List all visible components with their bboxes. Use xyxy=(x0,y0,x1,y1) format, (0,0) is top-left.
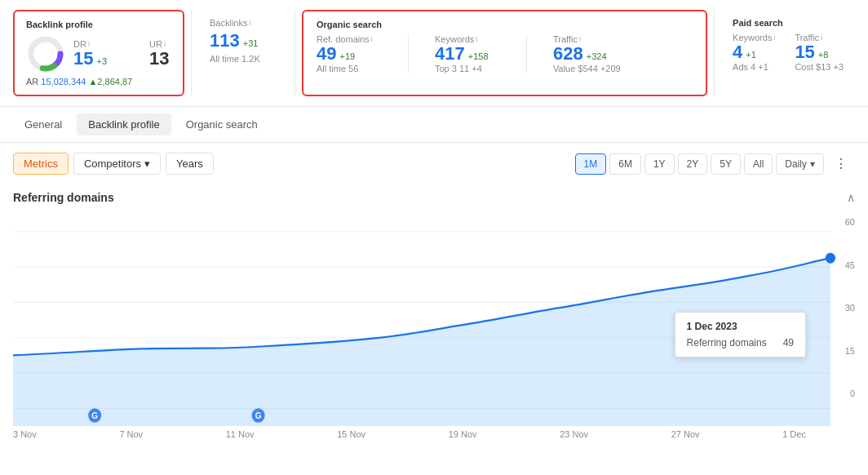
traffic-info[interactable]: i xyxy=(579,35,581,43)
y-label-45: 45 xyxy=(832,260,855,270)
paid-keywords-value: 4 xyxy=(733,42,742,62)
time-1y-button[interactable]: 1Y xyxy=(644,153,675,175)
paid-keywords-change: +1 xyxy=(746,50,756,60)
time-5y-button[interactable]: 5Y xyxy=(711,153,741,175)
daily-chevron-icon: ▾ xyxy=(810,158,815,170)
competitors-chevron-icon: ▾ xyxy=(144,158,150,170)
tab-backlink-profile[interactable]: Backlink profile xyxy=(77,113,170,135)
divider-1 xyxy=(191,10,192,96)
time-2y-button[interactable]: 2Y xyxy=(678,153,708,175)
tabs-row: General Backlink profile Organic search xyxy=(0,107,868,143)
x-label-1dec: 1 Dec xyxy=(782,429,806,439)
tab-general[interactable]: General xyxy=(13,113,73,135)
right-tools: 1M 6M 1Y 2Y 5Y All Daily ▾ ⋮ xyxy=(575,151,855,176)
paid-traffic-cost: Cost $13 +3 xyxy=(795,62,844,72)
collapse-button[interactable]: ∧ xyxy=(847,191,855,204)
paid-traffic-info[interactable]: i xyxy=(821,33,822,42)
toolbar-row: Metrics Competitors ▾ Years 1M 6M 1Y 2Y … xyxy=(0,143,868,184)
paid-keywords-metric: Keywords i 4 +1 Ads 4 +1 xyxy=(733,33,775,72)
x-label-27nov: 27 Nov xyxy=(671,429,700,439)
svg-text:G: G xyxy=(255,411,262,420)
dr-change: +3 xyxy=(96,56,107,66)
x-label-7nov: 7 Nov xyxy=(119,429,143,439)
y-label-15: 15 xyxy=(832,346,855,356)
backlink-title: Backlink profile xyxy=(26,20,171,29)
x-label-23nov: 23 Nov xyxy=(560,429,588,439)
daily-label: Daily xyxy=(785,158,807,170)
metrics-button[interactable]: Metrics xyxy=(13,153,69,175)
ar-change: ▲2,864,87 xyxy=(88,77,132,87)
keywords-info[interactable]: i xyxy=(476,35,477,43)
traffic-change: +324 xyxy=(587,51,607,61)
time-all-button[interactable]: All xyxy=(744,153,773,175)
x-axis: 3 Nov 7 Nov 11 Nov 15 Nov 19 Nov 23 Nov … xyxy=(13,426,830,439)
backlinks-value: 113 xyxy=(210,31,240,51)
ur-info-icon[interactable]: i xyxy=(164,40,166,48)
ref-domains-metric: Ref. domains i 49 +19 All time 56 xyxy=(317,34,382,73)
x-label-15nov: 15 Nov xyxy=(337,429,365,439)
traffic-value: 628 xyxy=(553,44,583,64)
more-options-button[interactable]: ⋮ xyxy=(827,151,855,176)
y-label-0: 0 xyxy=(832,388,855,398)
organic-title: Organic search xyxy=(317,20,693,29)
organic-card: Organic search Ref. domains i 49 +19 All… xyxy=(302,10,707,96)
ref-domains-value: 49 xyxy=(317,44,336,64)
tab-organic-search[interactable]: Organic search xyxy=(175,113,269,135)
keywords-top3: Top 3 11 +4 xyxy=(435,64,500,73)
traffic-value-label: Value $544 +209 xyxy=(553,64,621,73)
chart-title: Referring domains xyxy=(13,191,114,204)
ur-value: 13 xyxy=(149,48,169,69)
x-label-3nov: 3 Nov xyxy=(13,429,37,439)
dr-donut-chart xyxy=(26,34,65,73)
backlinks-change: +31 xyxy=(243,38,259,48)
paid-traffic-value: 15 xyxy=(795,42,814,62)
backlinks-info-icon[interactable]: i xyxy=(249,19,250,27)
dr-info-icon[interactable]: i xyxy=(88,40,90,48)
tooltip-label: Referring domains xyxy=(687,337,767,348)
x-label-19nov: 19 Nov xyxy=(449,429,477,439)
paid-traffic-change: +8 xyxy=(818,50,829,60)
left-tools: Metrics Competitors ▾ Years xyxy=(13,153,214,175)
paid-keywords-ads: Ads 4 +1 xyxy=(733,62,775,72)
ref-domains-info[interactable]: i xyxy=(371,35,373,43)
divider-3 xyxy=(714,10,715,96)
tooltip-value: 49 xyxy=(783,337,794,348)
keywords-value: 417 xyxy=(435,44,465,64)
traffic-metric: Traffic i 628 +324 Value $544 +209 xyxy=(553,34,621,73)
chart-section: Referring domains ∧ G G 1 Dec 2023 xyxy=(0,184,868,439)
years-button[interactable]: Years xyxy=(166,153,214,175)
svg-text:G: G xyxy=(91,411,98,420)
y-label-30: 30 xyxy=(832,303,855,313)
ar-row: AR 15,028,344 ▲2,864,87 xyxy=(26,77,171,87)
time-6m-button[interactable]: 6M xyxy=(609,153,641,175)
ur-metric: UR i 13 xyxy=(149,39,169,69)
chart-header: Referring domains ∧ xyxy=(13,184,855,211)
divider-2 xyxy=(294,10,295,96)
top-section: Backlink profile DR i 15 +3 xyxy=(0,0,868,107)
ref-domains-alltime: All time 56 xyxy=(317,64,382,73)
y-label-60: 60 xyxy=(832,217,855,227)
dr-value: 15 xyxy=(73,49,93,69)
competitors-label: Competitors xyxy=(84,158,141,170)
backlinks-alltime: All time 1.2K xyxy=(210,54,277,64)
competitors-button[interactable]: Competitors ▾ xyxy=(73,153,161,175)
tooltip-date: 1 Dec 2023 xyxy=(687,321,794,332)
ar-value: 15,028,344 xyxy=(41,77,86,87)
paid-title: Paid search xyxy=(733,18,844,28)
ref-domains-change: +19 xyxy=(339,51,355,61)
paid-keywords-info[interactable]: i xyxy=(773,33,775,42)
paid-traffic-metric: Traffic i 15 +8 Cost $13 +3 xyxy=(795,33,844,72)
chart-tooltip: 1 Dec 2023 Referring domains 49 xyxy=(675,312,806,357)
y-axis-labels: 60 45 30 15 0 xyxy=(832,214,855,402)
keywords-change: +158 xyxy=(468,51,489,61)
chart-area: G G 1 Dec 2023 Referring domains 49 60 4… xyxy=(13,214,855,426)
backlinks-card: Backlinks i 113 +31 All time 1.2K xyxy=(198,10,288,96)
x-label-11nov: 11 Nov xyxy=(226,429,255,439)
daily-dropdown[interactable]: Daily ▾ xyxy=(776,153,824,175)
keywords-metric: Keywords i 417 +158 Top 3 11 +4 xyxy=(435,34,500,73)
organic-divider-2 xyxy=(526,34,527,73)
organic-divider-1 xyxy=(408,34,409,73)
time-1m-button[interactable]: 1M xyxy=(575,153,607,175)
backlink-card: Backlink profile DR i 15 +3 xyxy=(13,10,184,96)
dr-metric: DR i 15 +3 xyxy=(73,39,107,69)
